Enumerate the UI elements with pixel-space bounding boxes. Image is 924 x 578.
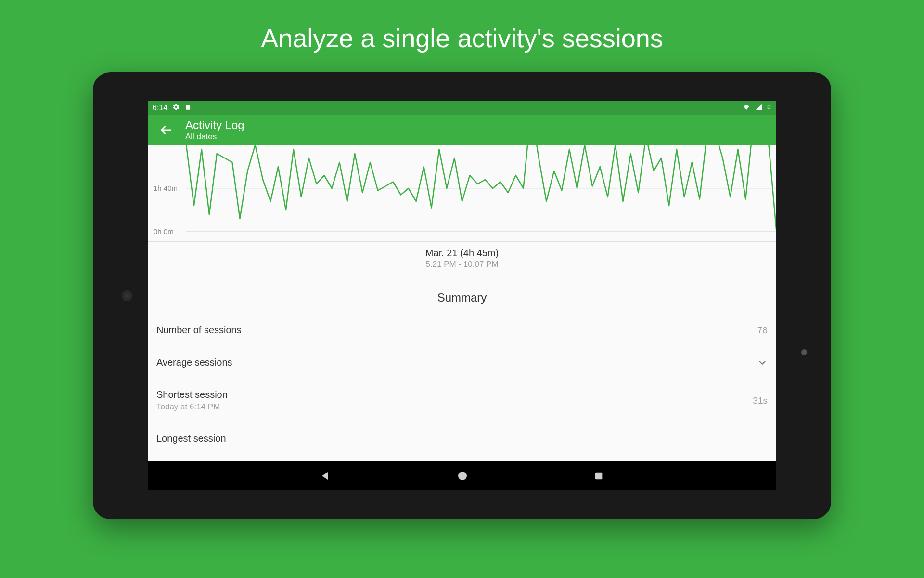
sessions-chart-svg [148, 145, 776, 242]
device-screen: 6:14 [148, 101, 776, 490]
svg-rect-7 [595, 473, 603, 480]
row-sublabel: Today at 6:14 PM [156, 402, 228, 412]
row-value: 78 [757, 325, 768, 336]
nav-back-button[interactable] [320, 470, 332, 482]
svg-rect-0 [186, 105, 190, 110]
content-area: 1h 40m 0h 0m Mar. 21 (4h 45m) 5:21 PM - … [148, 145, 776, 461]
row-shortest-session[interactable]: Shortest session Today at 6:14 PM 31s [156, 379, 768, 422]
app-icon [185, 103, 192, 113]
chart-caption-primary: Mar. 21 (4h 45m) [148, 248, 776, 259]
summary-heading: Summary [148, 278, 776, 314]
row-label: Number of sessions [156, 325, 242, 336]
status-time: 6:14 [153, 104, 167, 112]
svg-point-6 [458, 472, 467, 480]
back-button[interactable] [156, 120, 176, 140]
row-label: Longest session [156, 433, 226, 444]
promo-headline: Analyze a single activity's sessions [261, 23, 663, 53]
svg-rect-2 [769, 105, 770, 105]
row-label: Average sessions [156, 357, 232, 368]
tablet-frame: 6:14 [93, 72, 831, 519]
svg-rect-1 [768, 105, 770, 109]
signal-icon [755, 103, 763, 113]
row-average-sessions[interactable]: Average sessions [156, 346, 768, 379]
nav-home-button[interactable] [457, 470, 468, 482]
row-label: Shortest session [156, 389, 228, 400]
page-subtitle[interactable]: All dates [185, 132, 244, 142]
android-nav-bar [148, 461, 776, 490]
row-longest-session[interactable]: Longest session [156, 422, 768, 444]
nav-recents-button[interactable] [593, 471, 604, 481]
chart-caption: Mar. 21 (4h 45m) 5:21 PM - 10:07 PM [148, 242, 776, 278]
row-value: 31s [753, 395, 768, 406]
settings-icon [172, 103, 180, 113]
tablet-side-indicator [801, 349, 807, 355]
tablet-camera [122, 290, 132, 301]
chevron-down-icon [757, 357, 768, 368]
battery-icon [767, 103, 771, 113]
android-status-bar: 6:14 [148, 101, 776, 115]
row-number-of-sessions[interactable]: Number of sessions 78 [156, 314, 768, 346]
app-bar: Activity Log All dates [148, 115, 776, 145]
chart-caption-secondary: 5:21 PM - 10:07 PM [148, 260, 776, 269]
page-title: Activity Log [185, 118, 244, 132]
summary-list: Number of sessions 78 Average sessions [148, 314, 776, 444]
sessions-chart[interactable]: 1h 40m 0h 0m [148, 145, 776, 242]
wifi-icon [742, 103, 751, 113]
